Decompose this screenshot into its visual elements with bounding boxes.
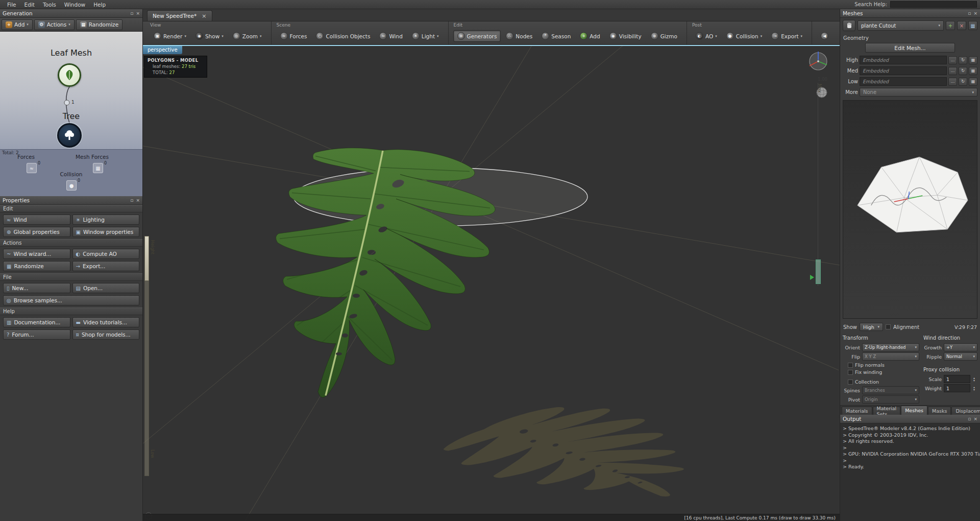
shop-button[interactable]: ¤Shop for models... — [72, 329, 140, 340]
orient-select[interactable]: Z-Up Right-handed▾ — [862, 343, 919, 351]
lighting-button[interactable]: ☀Lighting — [72, 215, 140, 225]
remove-mesh-button[interactable]: × — [957, 21, 966, 30]
more-select[interactable]: None ▾ — [860, 88, 977, 97]
light-button[interactable]: ☀Light▾ — [408, 30, 443, 42]
wind-wizard-button[interactable]: ~Wind wizard... — [3, 249, 70, 259]
lod-low-field[interactable]: Embedded — [860, 77, 947, 86]
document-tab[interactable]: New SpeedTree* × — [147, 10, 212, 21]
zoom-button[interactable]: ◎Zoom▾ — [229, 30, 266, 42]
forces-button[interactable]: ≈Forces — [276, 30, 311, 42]
tab-masks[interactable]: Masks — [928, 407, 951, 415]
season-button[interactable]: *Season — [537, 30, 575, 42]
close-icon[interactable]: × — [136, 11, 140, 16]
menu-help[interactable]: Help — [89, 1, 110, 8]
menu-window[interactable]: Window — [60, 1, 89, 8]
mesh-select[interactable]: plante Cutout ▾ — [857, 20, 944, 31]
growth-select[interactable]: +Y▾ — [944, 343, 977, 351]
mesh-options-button[interactable]: ▦ — [968, 21, 977, 30]
actions-button[interactable]: ⚙ Actions ▾ — [34, 19, 75, 30]
gizmo-button[interactable]: ⊕Gizmo — [647, 30, 681, 42]
menu-file[interactable]: File — [3, 1, 20, 8]
collision-objects-button[interactable]: ○Collision Objects — [312, 30, 374, 42]
float-icon[interactable]: ▫ — [130, 198, 133, 203]
pivot-select[interactable]: Origin▾ — [862, 395, 919, 404]
generator-graph[interactable]: Leaf Mesh 1 Tree — [0, 32, 142, 149]
camera-mode-label[interactable]: perspective — [143, 46, 182, 54]
ruler-marker-icon[interactable] — [810, 275, 814, 280]
search-help-input[interactable] — [890, 1, 977, 8]
edit-mesh-button[interactable]: Edit Mesh... — [865, 43, 955, 53]
new-button[interactable]: ▯New... — [3, 283, 70, 293]
flip-select[interactable]: X Y Z▾ — [862, 352, 919, 361]
ao-button[interactable]: ◐AO▾ — [692, 30, 721, 42]
lod-med-field[interactable]: Embedded — [860, 66, 947, 75]
video-tutorials-button[interactable]: ▬Video tutorials... — [72, 317, 140, 327]
float-icon[interactable]: ▫ — [968, 11, 971, 16]
export-lod-icon[interactable]: ▦ — [969, 78, 977, 86]
browse-icon[interactable]: … — [948, 78, 957, 86]
browse-samples-button[interactable]: ◎Browse samples... — [3, 295, 139, 305]
randomize-button[interactable]: ▦ Randomize — [76, 19, 122, 30]
leaf-mesh-node[interactable] — [58, 63, 81, 87]
generators-toggle[interactable]: ⊞Generators — [453, 30, 501, 42]
spinner-arrows-icon[interactable]: ▴▾ — [973, 386, 975, 391]
reload-icon[interactable]: ↻ — [959, 78, 967, 86]
forum-button[interactable]: ?Forum... — [3, 329, 70, 340]
ripple-select[interactable]: Normal▾ — [944, 352, 977, 361]
show-select[interactable]: High ▾ — [860, 323, 883, 331]
wind-button[interactable]: ≈Wind — [3, 215, 70, 225]
output-console[interactable]: > SpeedTree® Modeler v8.4.2 (Games Indie… — [840, 423, 980, 521]
ruler-range-bar[interactable] — [816, 259, 821, 284]
add-mesh-button[interactable]: + — [946, 21, 955, 30]
lod-high-field[interactable]: Embedded — [860, 56, 947, 64]
export-model-button[interactable]: →Export▾ — [767, 30, 806, 42]
randomize-all-button[interactable]: ▦Randomize — [3, 261, 70, 271]
reload-icon[interactable]: ↻ — [959, 56, 967, 64]
tree-node[interactable] — [57, 123, 82, 148]
tab-displacements[interactable]: Displacements — [951, 407, 980, 415]
tab-materials[interactable]: Materials — [842, 407, 872, 415]
show-button[interactable]: ◉Show▾ — [191, 30, 228, 42]
pan-tool-button[interactable] — [843, 20, 855, 31]
monstera-leaf[interactable] — [260, 138, 516, 408]
back-button[interactable]: ◀ — [817, 30, 832, 42]
float-icon[interactable]: ▫ — [130, 11, 133, 16]
alignment-checkbox[interactable] — [886, 324, 891, 329]
close-icon[interactable]: × — [202, 13, 206, 19]
weight-spinner[interactable]: 1 — [944, 384, 970, 392]
orientation-gizmo[interactable] — [802, 48, 835, 81]
spines-select[interactable]: Branches▾ — [862, 386, 919, 394]
compute-ao-button[interactable]: ◐Compute AO — [72, 249, 140, 259]
browse-icon[interactable]: … — [948, 56, 957, 64]
window-properties-button[interactable]: ▣Window properties — [72, 227, 140, 237]
viewport[interactable]: perspective POLYGONS - MODEL leaf meshes… — [143, 45, 840, 521]
nodes-toggle[interactable]: ∴Nodes — [502, 30, 536, 42]
viewport-canvas[interactable] — [143, 46, 840, 521]
export-lod-icon[interactable]: ▦ — [969, 67, 977, 75]
documentation-button[interactable]: ▥Documentation... — [3, 317, 70, 327]
collision-button[interactable]: ●Collision▾ — [722, 30, 767, 42]
close-icon[interactable]: × — [136, 198, 140, 203]
export-button[interactable]: →Export... — [72, 261, 140, 271]
export-lod-icon[interactable]: ▦ — [969, 56, 977, 64]
tab-meshes[interactable]: Meshes — [901, 406, 927, 415]
add-button[interactable]: +Add — [576, 30, 604, 42]
visibility-button[interactable]: ◉Visibility — [605, 30, 646, 42]
float-icon[interactable]: ▫ — [968, 416, 971, 421]
open-button[interactable]: ▤Open... — [72, 283, 140, 293]
render-button[interactable]: ▣Render▾ — [150, 30, 190, 42]
tab-material-sets[interactable]: Material Sets — [873, 407, 901, 415]
close-icon[interactable]: × — [973, 11, 977, 16]
flip-normals-checkbox[interactable] — [848, 363, 853, 368]
collection-checkbox[interactable] — [848, 380, 853, 385]
collision-slot[interactable]: ● — [66, 180, 77, 191]
reload-icon[interactable]: ↻ — [959, 67, 967, 75]
mesh-preview[interactable] — [843, 100, 977, 319]
wind-button[interactable]: ≈Wind — [375, 30, 406, 42]
spinner-arrows-icon[interactable]: ▴▾ — [973, 376, 975, 382]
add-generator-button[interactable]: + Add ▾ — [2, 19, 33, 30]
browse-icon[interactable]: … — [948, 67, 957, 75]
close-icon[interactable]: × — [973, 416, 977, 421]
global-properties-button[interactable]: ⊕Global properties — [3, 227, 70, 237]
scale-spinner[interactable]: 1 — [944, 375, 970, 383]
